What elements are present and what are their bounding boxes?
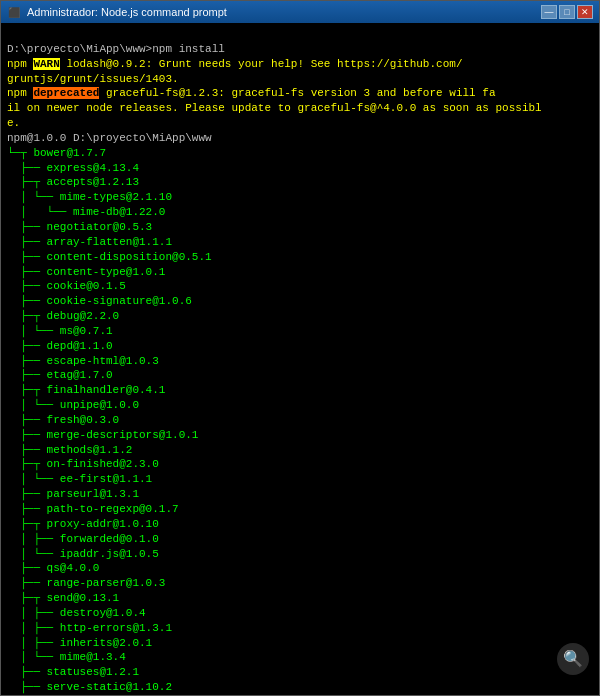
tree-etag: ├── etag@1.7.0 <box>7 369 113 381</box>
tree-ipaddr: │ └── ipaddr.js@1.0.5 <box>7 548 159 560</box>
minimize-button[interactable]: — <box>541 5 557 19</box>
terminal-output: D:\proyecto\MiApp\www>npm install npm WA… <box>7 27 593 695</box>
close-button[interactable]: ✕ <box>577 5 593 19</box>
tree-on-finished: ├─┬ on-finished@2.3.0 <box>7 458 159 470</box>
tree-bower: └─┬ bower@1.7.7 <box>7 147 106 159</box>
tree-cookie: ├── cookie@0.1.5 <box>7 280 126 292</box>
tree-cookie-sig: ├── cookie-signature@1.0.6 <box>7 295 192 307</box>
tree-forwarded: │ ├── forwarded@0.1.0 <box>7 533 159 545</box>
tree-ee-first: │ └── ee-first@1.1.1 <box>7 473 152 485</box>
tree-destroy: │ ├── destroy@1.0.4 <box>7 607 146 619</box>
tree-http-errors: │ ├── http-errors@1.3.1 <box>7 622 172 634</box>
scroll-indicator: 🔍 <box>557 643 589 675</box>
tree-path-regexp: ├── path-to-regexp@0.1.7 <box>7 503 179 515</box>
title-bar-controls: — □ ✕ <box>541 5 593 19</box>
tree-mime-types: │ └── mime-types@2.1.10 <box>7 191 172 203</box>
tree-depd: ├── depd@1.1.0 <box>7 340 113 352</box>
terminal-icon: ⬛ <box>7 5 21 19</box>
terminal: D:\proyecto\MiApp\www>npm install npm WA… <box>1 23 599 695</box>
tree-express: ├── express@4.13.4 <box>7 162 139 174</box>
tree-range-parser: ├── range-parser@1.0.3 <box>7 577 165 589</box>
tree-inherits: │ ├── inherits@2.0.1 <box>7 637 152 649</box>
tree-parseurl: ├── parseurl@1.3.1 <box>7 488 139 500</box>
cmd-line-4: npm@1.0.0 D:\proyecto\MiApp\www <box>7 132 212 144</box>
cmd-line-2: npm WARN lodash@0.9.2: Grunt needs your … <box>7 58 462 85</box>
tree-mime: │ └── mime@1.3.4 <box>7 651 126 663</box>
window-title: Administrador: Node.js command prompt <box>27 6 227 18</box>
window: ⬛ Administrador: Node.js command prompt … <box>0 0 600 696</box>
tree-content-disp: ├── content-disposition@0.5.1 <box>7 251 212 263</box>
tree-send: ├─┬ send@0.13.1 <box>7 592 119 604</box>
tree-finalhandler: ├─┬ finalhandler@0.4.1 <box>7 384 165 396</box>
tree-unpipe: │ └── unpipe@1.0.0 <box>7 399 139 411</box>
cmd-line-1: D:\proyecto\MiApp\www>npm install <box>7 43 225 55</box>
tree-accepts: ├─┬ accepts@1.2.13 <box>7 176 139 188</box>
tree-statuses: ├── statuses@1.2.1 <box>7 666 139 678</box>
tree-ms: │ └── ms@0.7.1 <box>7 325 113 337</box>
tree-debug: ├─┬ debug@2.2.0 <box>7 310 119 322</box>
tree-mime-db: │ └── mime-db@1.22.0 <box>7 206 165 218</box>
tree-methods: ├── methods@1.1.2 <box>7 444 132 456</box>
title-bar-left: ⬛ Administrador: Node.js command prompt <box>7 5 227 19</box>
tree-array-flatten: ├── array-flatten@1.1.1 <box>7 236 172 248</box>
title-bar: ⬛ Administrador: Node.js command prompt … <box>1 1 599 23</box>
tree-content-type: ├── content-type@1.0.1 <box>7 266 165 278</box>
maximize-button[interactable]: □ <box>559 5 575 19</box>
tree-escape-html: ├── escape-html@1.0.3 <box>7 355 159 367</box>
tree-serve-static: ├── serve-static@1.10.2 <box>7 681 172 693</box>
tree-proxy-addr: ├─┬ proxy-addr@1.0.10 <box>7 518 159 530</box>
tree-fresh: ├── fresh@0.3.0 <box>7 414 119 426</box>
tree-merge-desc: ├── merge-descriptors@1.0.1 <box>7 429 198 441</box>
tree-qs: ├── qs@4.0.0 <box>7 562 99 574</box>
cmd-line-3: npm deprecated graceful-fs@1.2.3: gracef… <box>7 87 542 129</box>
tree-negotiator: ├── negotiator@0.5.3 <box>7 221 152 233</box>
